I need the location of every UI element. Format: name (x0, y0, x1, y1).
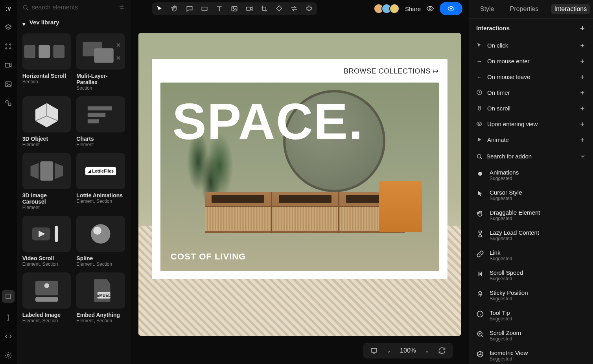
addon-cursor-style[interactable]: Cursor StyleSuggested (469, 185, 593, 205)
swap-icon[interactable] (119, 4, 125, 11)
hand-tool-icon[interactable] (171, 5, 179, 13)
trigger-label: Upon entering view (487, 121, 538, 127)
components-icon[interactable] (4, 42, 12, 50)
avatar (389, 4, 400, 14)
lib-thumb (76, 33, 125, 70)
chevron-down-icon: ▾ (22, 20, 26, 24)
trigger-on-scroll[interactable]: On scroll ＋ (469, 100, 593, 116)
layers-icon[interactable] (4, 24, 12, 31)
crop-tool-icon[interactable] (260, 5, 268, 13)
lib-thumb (76, 216, 125, 252)
addon-search-row[interactable]: Search for addon (469, 147, 593, 165)
chair-decoration (379, 181, 422, 232)
publish-button[interactable] (440, 2, 462, 15)
lib-card-3d-object[interactable]: 3D Object Element (22, 96, 71, 147)
plus-icon[interactable]: ＋ (579, 40, 586, 50)
hero-subtitle[interactable]: COST OF LIVING (171, 252, 246, 262)
addon-tooltip[interactable]: Tool TipSuggested (469, 305, 593, 325)
svg-rect-25 (35, 281, 58, 295)
add-interaction-icon[interactable]: ＋ (579, 23, 586, 33)
svg-rect-30 (202, 7, 207, 10)
plus-icon[interactable]: ＋ (579, 135, 586, 144)
browse-link[interactable]: BROWSE COLLECTIONS ↦ (160, 67, 439, 75)
select-tool-icon[interactable] (156, 5, 164, 13)
search-input[interactable] (32, 4, 116, 11)
code-icon[interactable] (4, 333, 12, 340)
trigger-on-click[interactable]: On click ＋ (469, 37, 593, 53)
trigger-mouse-enter[interactable]: → On mouse enter ＋ (469, 53, 593, 69)
lib-card-charts[interactable]: Charts Element (76, 96, 125, 147)
addon-draggable[interactable]: Draggable ElementSuggested (469, 205, 593, 225)
addon-isometric[interactable]: Isometric ViewSuggested (469, 346, 593, 364)
addon-lazy-load[interactable]: Lazy Load ContentSuggested (469, 225, 593, 245)
addon-animations[interactable]: AnimationsSuggested (469, 165, 593, 185)
video-icon[interactable] (4, 61, 12, 69)
lib-card-video-scroll[interactable]: Video Scroll Element, Section (22, 216, 71, 267)
chevron-down-icon[interactable]: ⌄ (425, 347, 429, 354)
tab-interactions[interactable]: Interactions (551, 4, 590, 14)
svg-point-38 (479, 123, 480, 125)
svg-rect-19 (88, 119, 99, 123)
comment-tool-icon[interactable] (186, 5, 193, 13)
section-tool-icon[interactable] (201, 5, 208, 13)
lib-thumb (22, 272, 71, 309)
svg-text:EMBED: EMBED (97, 293, 111, 298)
search-row (17, 0, 131, 15)
image-tool-icon[interactable] (230, 5, 238, 13)
text-cursor-icon[interactable] (4, 314, 12, 322)
image-icon[interactable] (4, 80, 12, 88)
lib-card-parallax[interactable]: Mulit-Layer-Parallax Section (76, 33, 125, 91)
svg-point-6 (7, 83, 8, 84)
tab-style[interactable]: Style (477, 4, 497, 14)
design-canvas[interactable]: BROWSE COLLECTIONS ↦ SPACE. COST OF LIVI… (138, 33, 461, 336)
preview-eye-icon[interactable] (426, 5, 434, 13)
lib-card-spline[interactable]: Spline Element, Section (76, 216, 125, 267)
hero-title[interactable]: SPACE. (172, 96, 363, 147)
lib-card-labeled-image[interactable]: Labeled Image Element, Section (22, 272, 71, 324)
plus-icon[interactable]: ＋ (579, 119, 586, 129)
refresh-icon[interactable] (438, 347, 446, 355)
lib-card-lottie[interactable]: ◢ LottieFiles Lottie Animations Element,… (76, 153, 125, 210)
plus-icon[interactable]: ＋ (579, 72, 586, 81)
trigger-entering-view[interactable]: Upon entering view ＋ (469, 116, 593, 132)
lib-card-horizontal-scroll[interactable]: Horizontal Scroll Section (22, 33, 71, 91)
search-icon (476, 153, 483, 160)
library-header[interactable]: ▾ Vev library (17, 15, 131, 29)
shape-tool-icon[interactable] (275, 5, 283, 13)
addon-name: Isometric View (490, 349, 528, 356)
right-panel: Style Properties Interactions Interactio… (469, 0, 593, 364)
filter-icon[interactable] (580, 153, 586, 160)
hourglass-icon (476, 230, 484, 238)
swap-tool-icon[interactable] (290, 5, 298, 13)
trigger-mouse-leave[interactable]: ← On mouse leave ＋ (469, 69, 593, 85)
video-tool-icon[interactable] (245, 5, 253, 13)
plus-icon[interactable]: ＋ (579, 56, 586, 66)
trigger-on-timer[interactable]: On timer ＋ (469, 85, 593, 100)
settings-gear-icon[interactable] (4, 351, 12, 359)
plus-icon[interactable]: ＋ (579, 88, 586, 97)
trigger-animate[interactable]: Animate ＋ (469, 132, 593, 147)
addon-scroll-zoom[interactable]: Scroll ZoomSuggested (469, 325, 593, 346)
text-tool-icon[interactable] (215, 5, 223, 13)
addon-name: Lazy Load Content (490, 229, 539, 236)
shapes-icon[interactable] (4, 99, 12, 107)
trigger-label: On mouse leave (487, 74, 530, 80)
plus-icon[interactable]: ＋ (579, 103, 586, 113)
trigger-label: On scroll (487, 105, 510, 112)
collaborator-avatars[interactable] (376, 4, 400, 14)
device-icon[interactable] (370, 347, 378, 355)
plugin-tool-icon[interactable] (305, 5, 313, 13)
share-button[interactable]: Share (405, 6, 421, 12)
addon-scroll-speed[interactable]: Scroll SpeedSuggested (469, 265, 593, 285)
addon-sticky[interactable]: Sticky PositionSuggested (469, 285, 593, 305)
tab-properties[interactable]: Properties (507, 4, 542, 14)
svg-rect-9 (6, 294, 11, 299)
addon-link[interactable]: LinkSuggested (469, 245, 593, 265)
frame-tool-icon[interactable] (2, 290, 15, 303)
chevron-down-icon[interactable]: ⌄ (387, 347, 391, 354)
hero-image: SPACE. COST OF LIVING (160, 83, 439, 271)
lib-card-embed[interactable]: EMBED Embed Anything Element, Section (76, 272, 125, 324)
logo-icon[interactable]: :V (4, 5, 12, 13)
zoom-level[interactable]: 100% (400, 347, 416, 354)
lib-card-3d-carousel[interactable]: 3D Image Carousel Element (22, 153, 71, 210)
